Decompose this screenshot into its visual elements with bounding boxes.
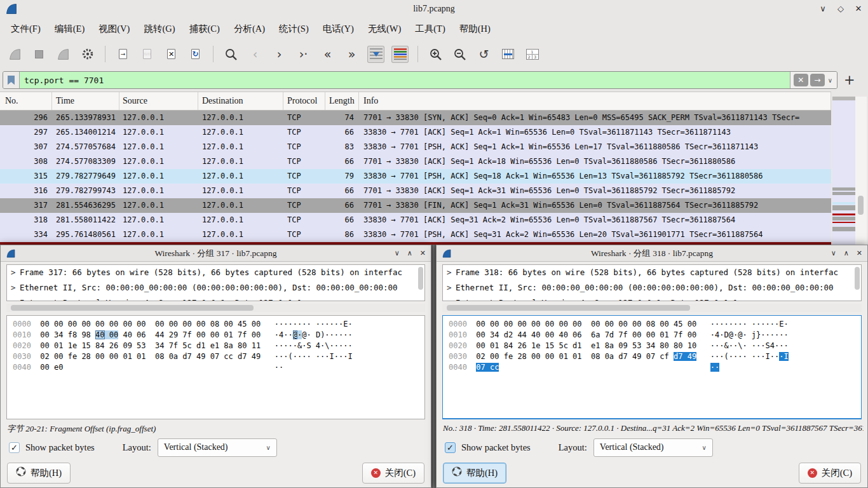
display-filter-bar[interactable]: tcp.port == 7701 ✕ → ∨: [3, 71, 837, 89]
dialog-maximize-button[interactable]: ∧: [407, 249, 412, 257]
go-to-packet-button[interactable]: ›·: [295, 46, 312, 63]
help-button[interactable]: 帮助(H): [7, 463, 71, 484]
packet-row-308[interactable]: 308274.577083309127.0.0.1127.0.0.1TCP667…: [0, 154, 831, 169]
minimize-button[interactable]: ∨: [817, 4, 829, 14]
column-header-protocol[interactable]: Protocol: [283, 92, 325, 110]
close-file-button[interactable]: [163, 46, 180, 63]
dialog-minimize-button[interactable]: ∨: [831, 249, 836, 257]
go-last-button[interactable]: »: [343, 46, 360, 63]
column-header-length[interactable]: Length: [325, 92, 359, 110]
display-filter-input[interactable]: tcp.port == 7701: [20, 76, 790, 85]
scrollbar-thumb[interactable]: [858, 196, 864, 215]
column-header-time[interactable]: Time: [52, 92, 119, 110]
packet-row-296[interactable]: 296265.133978931127.0.0.1127.0.0.1TCP747…: [0, 111, 831, 125]
horizontal-scrollbar-thumb[interactable]: [11, 305, 254, 311]
dialog-buttons-row: 帮助(H) ✕ 关闭(C): [437, 461, 867, 484]
packet-bytes-pane[interactable]: 0000 00 00 00 00 00 00 00 00 00 00 00 00…: [442, 315, 862, 419]
show-packet-bytes-label: Show packet bytes: [461, 442, 531, 453]
tree-row[interactable]: >Ethernet II, Src: 00:00:00_00:00:00 (00…: [7, 280, 424, 295]
filter-dropdown-icon[interactable]: ∨: [827, 77, 834, 84]
packet-details-tree[interactable]: >Frame 317: 66 bytes on wire (528 bits),…: [6, 264, 425, 301]
close-button[interactable]: ✕ 关闭(C): [362, 463, 424, 484]
zoom-reset-button[interactable]: ↺: [475, 46, 492, 63]
tree-horizontal-scrollbar[interactable]: [6, 304, 425, 312]
expander-icon[interactable]: >: [11, 295, 20, 301]
tree-row[interactable]: >Internet Protocol Version 4, Src: 127.0…: [7, 295, 424, 301]
dialog-maximize-button[interactable]: ∧: [844, 249, 849, 257]
resize-columns-button[interactable]: [499, 46, 517, 63]
packet-row-307[interactable]: 307274.577057684127.0.0.1127.0.0.1TCP833…: [0, 140, 831, 154]
tree-horizontal-scrollbar[interactable]: [442, 304, 862, 312]
dialog-minimize-button[interactable]: ∨: [395, 249, 400, 257]
menu-item-analyze[interactable]: 分析(A): [227, 23, 272, 35]
column-header-info[interactable]: Info: [359, 92, 831, 110]
show-packet-bytes-checkbox[interactable]: ✓: [445, 442, 456, 453]
tree-row[interactable]: >Frame 318: 66 bytes on wire (528 bits),…: [443, 265, 861, 280]
go-first-button[interactable]: «: [319, 46, 336, 63]
dialog-close-button[interactable]: ✕: [857, 249, 862, 257]
save-file-button: [139, 46, 156, 63]
menu-item-file[interactable]: 文件(F): [4, 23, 48, 35]
tree-row[interactable]: >Frame 317: 66 bytes on wire (528 bits),…: [7, 265, 424, 280]
zoom-in-button[interactable]: [427, 46, 444, 63]
column-header-source[interactable]: Source: [119, 92, 198, 110]
menu-item-view[interactable]: 视图(V): [92, 23, 137, 35]
show-packet-bytes-checkbox[interactable]: ✓: [9, 442, 20, 453]
open-file-button[interactable]: [114, 46, 132, 63]
packet-row-315[interactable]: 315279.782779649127.0.0.1127.0.0.1TCP793…: [0, 169, 831, 184]
layout-select[interactable]: Vertical (Stacked) ∨: [593, 438, 713, 457]
menu-item-wireless[interactable]: 无线(W): [361, 23, 408, 35]
reload-file-button[interactable]: [187, 46, 204, 63]
packet-row-297[interactable]: 297265.134001214127.0.0.1127.0.0.1TCP663…: [0, 125, 831, 140]
packet-row-318[interactable]: 318281.558011422127.0.0.1127.0.0.1TCP663…: [0, 213, 831, 227]
menu-item-statistics[interactable]: 统计(S): [272, 23, 316, 35]
find-packet-button[interactable]: [222, 46, 240, 63]
cell: 127.0.0.1: [198, 198, 283, 213]
packet-row-334[interactable]: 334295.761480561127.0.0.1127.0.0.1TCP863…: [0, 227, 831, 242]
expander-icon[interactable]: >: [447, 295, 456, 301]
close-button[interactable]: ✕ 关闭(C): [799, 463, 861, 484]
tree-row[interactable]: >Internet Protocol Version 4, Src: 127.0…: [443, 295, 861, 301]
expander-icon[interactable]: >: [447, 265, 456, 280]
expander-icon[interactable]: >: [447, 280, 456, 295]
auto-scroll-button[interactable]: [367, 46, 384, 63]
filter-clear-button[interactable]: ✕: [794, 74, 808, 86]
menu-item-edit[interactable]: 编辑(E): [48, 23, 92, 35]
packet-list-scrollbar[interactable]: [855, 97, 867, 245]
layout-select[interactable]: Vertical (Stacked) ∨: [158, 438, 277, 457]
layout-pages-button[interactable]: 123: [524, 46, 541, 63]
expander-icon[interactable]: >: [11, 265, 20, 280]
zoom-out-button[interactable]: [451, 46, 468, 63]
colorize-packets-button[interactable]: [391, 46, 409, 63]
chevron-down-icon: ∨: [266, 444, 271, 451]
packet-bytes-pane[interactable]: 0000 00 00 00 00 00 00 00 00 00 00 00 00…: [6, 315, 425, 419]
menu-item-telephony[interactable]: 电话(Y): [316, 23, 361, 35]
expander-icon[interactable]: >: [11, 280, 20, 295]
menu-item-help[interactable]: 帮助(H): [452, 23, 498, 35]
packet-row-316[interactable]: 316279.782799743127.0.0.1127.0.0.1TCP667…: [0, 184, 831, 198]
filter-apply-button[interactable]: →: [810, 74, 825, 86]
column-header-destination[interactable]: Destination: [198, 92, 283, 110]
column-header-no[interactable]: No.: [0, 92, 52, 110]
go-forward-button[interactable]: ›: [271, 46, 288, 63]
window-controls: ∨ ◇ ✕: [817, 0, 864, 18]
menu-item-tools[interactable]: 工具(T): [408, 23, 452, 35]
horizontal-scrollbar-thumb[interactable]: [447, 305, 690, 311]
cell: 127.0.0.1: [119, 154, 198, 169]
intelligent-scrollbar-minimap[interactable]: [832, 97, 855, 245]
tree-row[interactable]: >Ethernet II, Src: 00:00:00_00:00:00 (00…: [443, 280, 861, 295]
packet-row-317[interactable]: 317281.554636295127.0.0.1127.0.0.1TCP667…: [0, 198, 831, 213]
filter-bookmark-button[interactable]: [3, 72, 20, 88]
help-button[interactable]: 帮助(H): [443, 463, 506, 484]
close-window-button[interactable]: ✕: [853, 4, 864, 14]
menu-item-go[interactable]: 跳转(G): [137, 23, 182, 35]
filter-add-button[interactable]: +: [844, 74, 855, 87]
tree-scrollbar-thumb[interactable]: [418, 267, 423, 290]
capture-options-button[interactable]: [79, 46, 96, 63]
packet-details-tree[interactable]: >Frame 318: 66 bytes on wire (528 bits),…: [442, 264, 862, 301]
tree-scrollbar-thumb[interactable]: [855, 267, 860, 290]
dialog-close-button[interactable]: ✕: [420, 249, 426, 257]
maximize-button[interactable]: ◇: [835, 4, 846, 14]
menu-item-capture[interactable]: 捕获(C): [182, 23, 227, 35]
cell: 279.782799743: [52, 184, 119, 198]
